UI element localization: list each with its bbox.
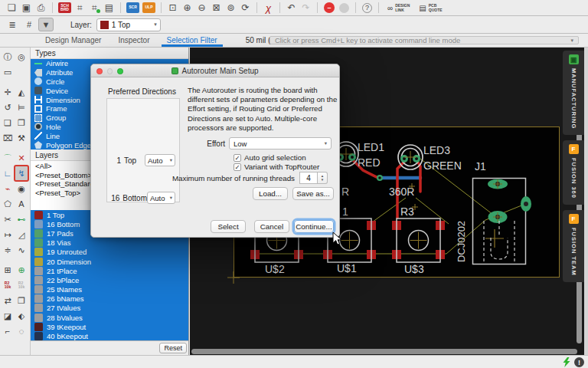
select-dashed-icon[interactable]: ◌ [15,324,28,339]
redo-icon[interactable]: ↷ [299,2,313,15]
list-item[interactable]: 18 Vias [31,238,188,248]
airwire-icon[interactable]: ✕ [15,150,28,166]
separator [317,2,318,13]
refresh-icon[interactable]: ⟳ [238,2,253,15]
schematic-board-icon[interactable]: SCH BRD [58,2,71,13]
continue-button[interactable]: Continue... [294,220,334,233]
save-icon[interactable]: ▣ [19,2,34,15]
new-document-icon[interactable]: ❏ [5,2,19,15]
zoom-out-icon[interactable]: ⊖ [194,2,209,15]
save-as-button[interactable]: Save as... [292,187,334,200]
list-item[interactable]: 20 Dimension [31,257,188,266]
tab-fusion-team[interactable]: F FUSION TEAM [563,210,584,282]
tab-manufacturing[interactable]: ▣ MANUFACTURING [563,51,584,135]
select-button[interactable]: Select [211,220,246,233]
dialog-title-bar[interactable]: Autorouter Main Setup [91,64,339,77]
list-item[interactable]: 25 tNames [31,285,188,294]
load-button[interactable]: Load... [253,187,288,200]
bolt-icon[interactable] [562,357,571,367]
undo-icon[interactable]: ↶ [284,2,299,15]
shape-icon[interactable]: ◿ [15,227,28,242]
replace-icon[interactable]: R2 10k [1,278,15,293]
delete-icon[interactable]: ⌧ [1,130,15,146]
run-ulp-badge-icon[interactable]: ULP [142,2,155,13]
grid-icon[interactable]: # [21,18,37,31]
minimize-icon[interactable] [107,68,113,74]
stop-icon[interactable]: – [324,2,335,13]
close-icon[interactable] [96,68,103,74]
wire-icon[interactable]: ⌒ [1,150,15,166]
replace-alt-icon[interactable]: R2 10k [15,278,28,293]
toprouter-checkbox[interactable]: ✓ [234,163,241,171]
list-item[interactable]: 40 bKeepout [31,331,188,340]
meander-icon[interactable]: ∿ [15,242,28,258]
filter-icon[interactable]: ▼ [38,18,54,31]
reset-button[interactable]: Reset [159,343,187,353]
zoom-redraw-icon[interactable]: ⊚ [224,2,238,15]
threads-input[interactable]: 4 [299,172,318,184]
rotate-icon[interactable]: ↺ [1,100,15,115]
run-script-badge-icon[interactable]: SCR [126,2,139,13]
zoom-fit-icon[interactable]: ⊡ [165,2,180,15]
library-icon[interactable]: ▤ [102,2,116,15]
solder-mask-icon[interactable]: ◪ [1,308,15,324]
print-icon[interactable]: ⎙ [34,2,48,15]
pcb-quote-button[interactable]: ▤ PCB QUOTE [419,3,442,12]
effort-dropdown[interactable]: Low ▾ [229,137,332,150]
info-icon[interactable]: ⓘ [1,49,15,64]
zoom-select-icon[interactable]: ⊠ [209,2,224,15]
miter-icon[interactable]: ⊷ [15,212,28,227]
bend-icon[interactable]: ↦ [1,227,15,242]
move-icon[interactable]: ✛ [1,84,15,100]
mirror-icon[interactable]: ◭ [15,84,28,100]
copy-icon[interactable]: ❏ [1,115,15,130]
auto-grid-checkbox[interactable]: ✓ [234,154,241,162]
paste-icon[interactable]: ❐ [15,115,28,130]
package-3d-icon[interactable]: ⊞ [1,262,15,278]
signal-icon[interactable]: ≑ [1,242,15,258]
cancel-button[interactable]: Cancel [254,220,289,233]
copy-group-icon[interactable]: ❐ [15,293,28,308]
footprint-icon[interactable]: ⌗ [73,2,87,15]
warning-icon[interactable]: ! [574,357,584,367]
polygon-icon[interactable]: ⬠ [1,196,15,212]
direction-dropdown-bottom[interactable]: Auto ▾ [147,192,175,204]
zoom-window-icon[interactable] [117,68,123,74]
threads-stepper[interactable]: ▲ ▼ [318,172,328,184]
tab-fusion-360[interactable]: F FUSION 360 [563,140,584,205]
list-item[interactable]: 22 bPlace [31,275,188,284]
route-hook-icon[interactable]: ⌐ [1,324,15,339]
list-item[interactable]: 19 Unrouted [31,248,188,257]
layer-dropdown[interactable]: 1 Top ▾ [96,18,161,31]
add-device-icon[interactable]: ⊕ [15,262,28,278]
ripup-icon[interactable]: ⌁ [1,181,15,196]
design-link-button[interactable]: ∞ DESIGN LINK [387,3,410,12]
split-icon[interactable]: ✂ [1,212,15,227]
go-icon[interactable] [339,3,349,13]
list-item[interactable]: 26 bNames [31,294,188,304]
autorouter-icon[interactable]: ↯ [15,166,28,181]
text-icon[interactable]: A [15,196,28,212]
list-item[interactable]: 28 bValues [31,313,188,322]
footprint-new-icon[interactable]: ⌗ [87,2,102,15]
run-command-icon[interactable]: χ [261,2,276,15]
direction-dropdown-top[interactable]: Auto ▾ [145,154,175,166]
name-tag-icon[interactable]: ⬖ [15,308,28,324]
list-item[interactable]: 39 tKeepout [31,322,188,331]
zoom-in-icon[interactable]: ⊕ [180,2,194,15]
change-icon[interactable]: ⚒ [15,130,28,146]
list-item[interactable]: 21 tPlace [31,266,188,275]
layer-settings-icon[interactable]: ≣ [5,18,20,31]
pinswap-icon[interactable]: ⇄ [1,293,15,308]
help-icon[interactable]: ? [362,3,372,13]
via-icon[interactable]: ◉ [15,181,28,196]
route-icon[interactable]: ∟ [1,166,15,181]
stepper-down-icon[interactable]: ▼ [321,178,324,182]
horizontal-scrollbar[interactable] [191,349,577,354]
command-line-input[interactable]: Click or press Cmd+L key to activate com… [270,36,579,44]
list-item[interactable]: 27 tValues [31,304,188,313]
tool-palette: ⓘ◎▭✛◭↺⊨❏❐⌧⚒⌒✕∟↯⌁◉⬠A✂⊷↦◿≑∿⊞⊕R2 10kR2 10k⇄… [0,48,31,355]
eye-icon[interactable]: ◎ [15,49,28,64]
select-group-icon[interactable]: ▭ [1,64,15,80]
align-icon[interactable]: ⊨ [15,100,28,115]
